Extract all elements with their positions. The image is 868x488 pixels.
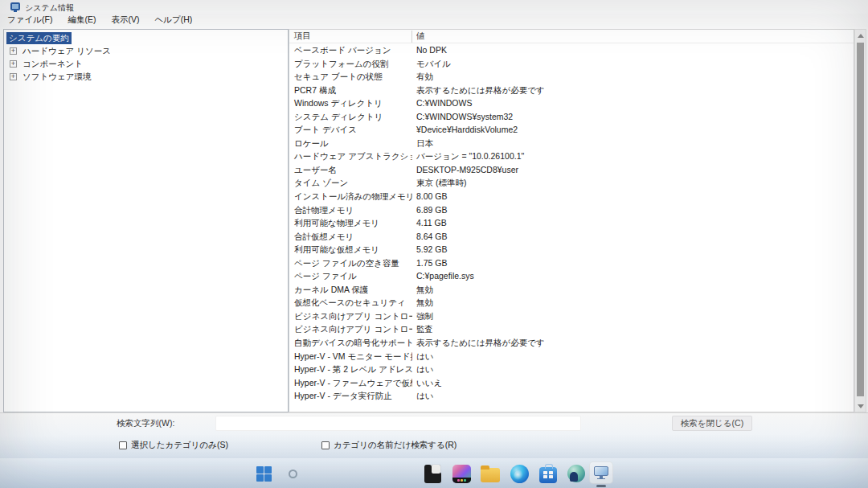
value-cell: 無効 bbox=[412, 283, 854, 297]
expand-plus-icon[interactable]: + bbox=[10, 60, 17, 68]
taskbar-file-explorer-button[interactable] bbox=[480, 463, 501, 484]
tree-item-hardware-resources[interactable]: + ハードウェア リソース bbox=[4, 45, 288, 58]
table-row[interactable]: インストール済みの物理メモリ (RAM)8.00 GB bbox=[289, 190, 854, 203]
tree-item-components[interactable]: + コンポーネント bbox=[4, 58, 288, 71]
category-names-only-option[interactable]: カテゴリの名前だけ検索する(R) bbox=[321, 440, 457, 451]
checkbox-selected-category[interactable] bbox=[119, 441, 127, 449]
arrow-up-icon bbox=[858, 34, 864, 38]
item-cell: カーネル DMA 保護 bbox=[289, 283, 412, 297]
edge-browser-icon bbox=[510, 465, 529, 483]
item-cell: ベースボード バージョン bbox=[289, 43, 412, 57]
item-cell: 利用可能な物理メモリ bbox=[289, 216, 412, 230]
item-cell: ビジネス向けアプリ コントロール ポリ... bbox=[289, 310, 412, 323]
column-header-value[interactable]: 値 bbox=[416, 31, 425, 42]
tree-item-system-summary[interactable]: システムの要約 bbox=[4, 32, 288, 45]
table-row[interactable]: Hyper-V - VM モニター モード拡張...はい bbox=[289, 350, 854, 363]
table-row[interactable]: ページ ファイルの空き容量1.75 GB bbox=[289, 256, 854, 270]
scrollbar-thumb[interactable] bbox=[857, 43, 864, 396]
table-row[interactable]: セキュア ブートの状態有効 bbox=[289, 70, 854, 84]
value-cell: 監査 bbox=[412, 322, 854, 336]
table-row[interactable]: PCR7 構成表示するためには昇格が必要です bbox=[289, 84, 854, 97]
table-row[interactable]: 利用可能な仮想メモリ5.92 GB bbox=[289, 243, 854, 256]
table-row[interactable]: ベースボード バージョンNo DPK bbox=[289, 43, 854, 57]
expand-plus-icon[interactable]: + bbox=[10, 73, 17, 80]
file-explorer-icon bbox=[481, 468, 500, 482]
menu-view[interactable]: 表示(V) bbox=[109, 14, 146, 27]
table-row[interactable]: Windows ディレクトリC:¥WINDOWS bbox=[289, 96, 854, 110]
table-row[interactable]: 合計物理メモリ6.89 GB bbox=[289, 203, 854, 217]
table-row[interactable]: Hyper-V - ファームウェアで仮想化が...いいえ bbox=[289, 376, 854, 390]
table-row[interactable]: プラットフォームの役割モバイル bbox=[289, 57, 854, 71]
item-cell: 仮想化ベースのセキュリティ bbox=[289, 296, 412, 310]
table-row[interactable]: 合計仮想メモリ8.64 GB bbox=[289, 230, 854, 244]
table-row[interactable]: ユーザー名DESKTOP-M925CD8¥user bbox=[289, 163, 854, 177]
taskbar-store-button[interactable] bbox=[538, 463, 559, 484]
taskbar-edge-button[interactable] bbox=[509, 463, 530, 484]
arrow-down-icon bbox=[858, 404, 864, 408]
table-row[interactable]: Hyper-V - データ実行防止はい bbox=[289, 389, 854, 403]
value-cell: 表示するためには昇格が必要です bbox=[412, 84, 854, 97]
table-row[interactable]: Hyper-V - 第 2 レベル アドレス変...はい bbox=[289, 363, 854, 376]
active-app-indicator bbox=[596, 485, 606, 487]
table-row[interactable]: タイム ゾーン東京 (標準時) bbox=[289, 176, 854, 190]
table-row[interactable]: 仮想化ベースのセキュリティ無効 bbox=[289, 296, 854, 310]
item-cell: Hyper-V - 第 2 レベル アドレス変... bbox=[289, 363, 412, 376]
item-cell: 合計仮想メモリ bbox=[289, 230, 412, 244]
item-cell: 合計物理メモリ bbox=[289, 203, 412, 217]
item-cell: ブート デバイス bbox=[289, 123, 412, 137]
column-header-item[interactable]: 項目 bbox=[289, 31, 411, 42]
table-row[interactable]: 自動デバイスの暗号化サポート表示するためには昇格が必要です bbox=[289, 336, 854, 350]
item-cell: システム ディレクトリ bbox=[289, 110, 412, 124]
value-cell: 8.00 GB bbox=[412, 190, 854, 203]
scroll-up-button[interactable] bbox=[855, 30, 866, 41]
selected-category-only-option[interactable]: 選択したカテゴリのみ(S) bbox=[119, 440, 228, 451]
table-row[interactable]: ブート デバイス¥Device¥HarddiskVolume2 bbox=[289, 123, 854, 137]
checkbox-category-names-only[interactable] bbox=[321, 441, 330, 449]
list-header: 項目 値 bbox=[289, 30, 854, 43]
tree-item-software-environment[interactable]: + ソフトウェア環境 bbox=[4, 71, 288, 84]
item-cell: 自動デバイスの暗号化サポート bbox=[289, 336, 412, 350]
value-cell: 5.92 GB bbox=[412, 243, 854, 256]
taskbar-system-information-button[interactable] bbox=[589, 461, 613, 484]
item-cell: 利用可能な仮想メモリ bbox=[289, 243, 412, 256]
table-row[interactable]: 利用可能な物理メモリ4.11 GB bbox=[289, 216, 854, 230]
value-cell: DESKTOP-M925CD8¥user bbox=[412, 163, 854, 177]
title-bar: システム情報 bbox=[0, 0, 868, 14]
photos-icon bbox=[452, 465, 471, 483]
item-cell: Windows ディレクトリ bbox=[289, 96, 412, 110]
value-cell: C:¥pagefile.sys bbox=[412, 269, 854, 283]
taskbar-globe-app-button[interactable] bbox=[566, 463, 587, 484]
system-information-icon bbox=[594, 466, 608, 479]
close-search-button[interactable]: 検索を閉じる(C) bbox=[672, 416, 752, 431]
scroll-down-button[interactable] bbox=[855, 400, 866, 412]
menu-file[interactable]: ファイル(F) bbox=[6, 14, 59, 27]
menu-edit[interactable]: 編集(E) bbox=[66, 14, 103, 27]
search-input[interactable] bbox=[215, 416, 581, 431]
item-cell: インストール済みの物理メモリ (RAM) bbox=[289, 190, 412, 203]
table-row[interactable]: ハードウェア アブストラクション レイヤーバージョン = "10.0.26100… bbox=[289, 150, 854, 163]
item-cell: ハードウェア アブストラクション レイヤー bbox=[289, 150, 412, 163]
column-divider[interactable] bbox=[411, 31, 412, 43]
tree-item-label: ソフトウェア環境 bbox=[20, 71, 93, 83]
table-row[interactable]: ビジネス向けアプリ コントロールのユー...監査 bbox=[289, 322, 854, 336]
expand-plus-icon[interactable]: + bbox=[10, 47, 17, 55]
item-cell: プラットフォームの役割 bbox=[289, 57, 412, 71]
taskbar-search-button[interactable] bbox=[282, 463, 303, 484]
value-cell: 無効 bbox=[412, 296, 854, 310]
value-cell: ¥Device¥HarddiskVolume2 bbox=[412, 123, 854, 137]
vertical-scrollbar[interactable] bbox=[854, 29, 866, 412]
taskbar-photos-button[interactable] bbox=[451, 463, 472, 484]
value-cell: 日本 bbox=[412, 137, 854, 150]
start-button[interactable] bbox=[253, 463, 274, 484]
window-title: システム情報 bbox=[25, 2, 74, 14]
menu-help[interactable]: ヘルプ(H) bbox=[153, 14, 199, 27]
table-row[interactable]: ページ ファイルC:¥pagefile.sys bbox=[289, 269, 854, 283]
windows-logo-icon bbox=[256, 466, 272, 482]
table-row[interactable]: ビジネス向けアプリ コントロール ポリ...強制 bbox=[289, 310, 854, 323]
table-row[interactable]: システム ディレクトリC:¥WINDOWS¥system32 bbox=[289, 110, 854, 124]
table-row[interactable]: カーネル DMA 保護無効 bbox=[289, 283, 854, 297]
value-cell: C:¥WINDOWS¥system32 bbox=[412, 110, 854, 124]
item-cell: タイム ゾーン bbox=[289, 176, 412, 190]
table-row[interactable]: ロケール日本 bbox=[289, 137, 854, 150]
taskbar-dark-app-button[interactable] bbox=[422, 463, 443, 484]
